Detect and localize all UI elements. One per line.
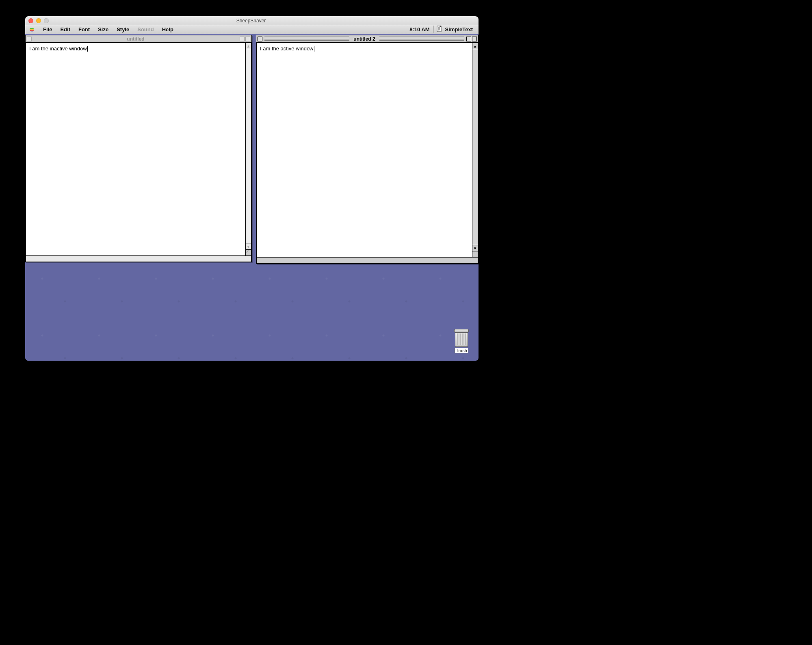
scroll-track[interactable] <box>246 49 251 243</box>
close-box[interactable] <box>27 37 32 41</box>
trash[interactable]: Trash <box>452 331 471 353</box>
menu-style[interactable]: Style <box>113 26 133 32</box>
zoom-box[interactable] <box>240 37 245 41</box>
text-caret <box>314 46 314 52</box>
text-content[interactable]: I am the inactive window <box>26 43 245 256</box>
window-titlebar-active[interactable]: untitled 2 <box>256 35 478 43</box>
text-caret <box>87 46 88 52</box>
text-content[interactable]: I am the active window <box>256 43 472 258</box>
window-untitled-2[interactable]: untitled 2 I am the active window ▲ ▼ <box>256 35 479 264</box>
host-minimize-button[interactable] <box>36 18 41 23</box>
menu-help[interactable]: Help <box>158 26 178 32</box>
menu-edit[interactable]: Edit <box>56 26 74 32</box>
menubar: File Edit Font Size Style Sound Help 8:1… <box>25 25 479 34</box>
scroll-down-arrow-icon[interactable]: ▼ <box>246 243 251 249</box>
menu-size[interactable]: Size <box>94 26 113 32</box>
titlebar-drag-region[interactable] <box>264 37 349 41</box>
grow-box[interactable] <box>246 249 251 255</box>
collapse-box[interactable] <box>472 37 477 41</box>
scroll-track[interactable] <box>472 49 478 245</box>
menu-font[interactable]: Font <box>74 26 94 32</box>
host-close-button[interactable] <box>28 18 33 23</box>
menubar-clock[interactable]: 8:10 AM <box>409 26 433 32</box>
window-title: untitled <box>124 36 147 42</box>
scroll-up-arrow-icon[interactable]: ▲ <box>246 43 251 49</box>
vertical-scrollbar[interactable]: ▲ ▼ <box>245 43 251 256</box>
emulated-desktop: File Edit Font Size Style Sound Help 8:1… <box>25 25 479 361</box>
titlebar-drag-region[interactable] <box>379 37 464 41</box>
window-untitled[interactable]: untitled I am the inactive window ▲ ▼ <box>25 35 252 262</box>
collapse-box[interactable] <box>245 37 250 41</box>
simpletext-icon <box>436 26 443 33</box>
host-titlebar[interactable]: SheepShaver <box>25 16 479 25</box>
application-menu[interactable]: SimpleText <box>433 26 475 33</box>
document-text: I am the inactive window <box>29 45 87 52</box>
traffic-lights <box>28 18 49 23</box>
horizontal-scrollbar[interactable] <box>26 256 251 262</box>
window-titlebar-inactive[interactable]: untitled <box>26 35 251 43</box>
apple-menu-icon[interactable] <box>28 26 35 33</box>
vertical-scrollbar[interactable]: ▲ ▼ <box>472 43 478 258</box>
menu-sound: Sound <box>133 26 158 32</box>
trash-label: Trash <box>455 348 468 353</box>
application-menu-label: SimpleText <box>445 26 473 32</box>
zoom-box[interactable] <box>466 37 471 41</box>
host-zoom-button[interactable] <box>44 18 49 23</box>
host-title: SheepShaver <box>49 18 453 24</box>
document-text: I am the active window <box>260 45 314 52</box>
grow-box[interactable] <box>472 251 478 257</box>
trash-icon <box>455 331 468 347</box>
close-box[interactable] <box>258 37 262 41</box>
titlebar-drag-region[interactable] <box>34 37 123 41</box>
scroll-up-arrow-icon[interactable]: ▲ <box>472 43 478 49</box>
scroll-down-arrow-icon[interactable]: ▼ <box>472 245 478 251</box>
menu-file[interactable]: File <box>39 26 56 32</box>
host-window: SheepShaver File Edit Font Size Style So… <box>25 16 479 361</box>
titlebar-drag-region[interactable] <box>149 37 238 41</box>
window-title: untitled 2 <box>351 36 377 42</box>
horizontal-scrollbar[interactable] <box>256 258 478 264</box>
